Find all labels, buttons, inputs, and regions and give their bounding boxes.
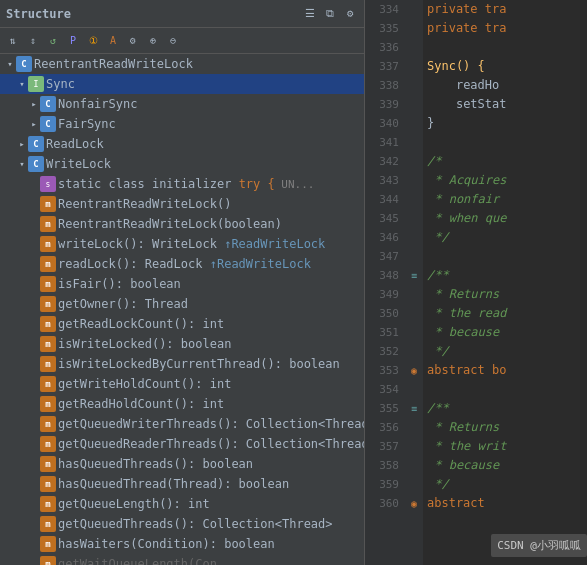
arrow-hw xyxy=(28,538,40,550)
code-line-358: * because xyxy=(427,456,587,475)
tree-item-gqrt[interactable]: m getQueuedReaderThreads(): Collection<T… xyxy=(0,434,364,454)
code-line-341 xyxy=(427,133,587,152)
code-line-352: */ xyxy=(427,342,587,361)
icon-readlock: C xyxy=(28,136,44,152)
label-grhc: getReadHoldCount(): int xyxy=(58,397,224,411)
arrow-hqt xyxy=(28,458,40,470)
arrow-wl xyxy=(28,238,40,250)
tree-item-static-init[interactable]: s static class initializer try { UN... xyxy=(0,174,364,194)
tree-item-hqth[interactable]: m hasQueuedThread(Thread): boolean xyxy=(0,474,364,494)
arrow-gqthreads xyxy=(28,518,40,530)
tree-item-fairsync[interactable]: C FairSync xyxy=(0,114,364,134)
arrow-writelock xyxy=(16,158,28,170)
tree-item-isfair[interactable]: m isFair(): boolean xyxy=(0,274,364,294)
toolbar: ⇅ ⇕ ↺ P ① A ⚙ ⊕ ⊖ xyxy=(0,28,364,54)
public-btn[interactable]: P xyxy=(64,32,82,50)
code-line-357: * the writ xyxy=(427,437,587,456)
all-btn[interactable]: A xyxy=(104,32,122,50)
icon-gwhc: m xyxy=(40,376,56,392)
code-line-351: * because xyxy=(427,323,587,342)
tree-item-getreadlockcount[interactable]: m getReadLockCount(): int xyxy=(0,314,364,334)
arrow-con2 xyxy=(28,218,40,230)
label-root: ReentrantReadWriteLock xyxy=(34,57,193,71)
refresh-btn[interactable]: ↺ xyxy=(44,32,62,50)
arrow-iwl xyxy=(28,338,40,350)
tree-item-nonfairsync[interactable]: C NonfairSync xyxy=(0,94,364,114)
label-nonfair: NonfairSync xyxy=(58,97,137,111)
arrow-static xyxy=(28,178,40,190)
icon-hqt: m xyxy=(40,456,56,472)
code-line-346: */ xyxy=(427,228,587,247)
expand-btn[interactable]: ⊕ xyxy=(144,32,162,50)
arrow-root xyxy=(4,58,16,70)
label-gqrt: getQueuedReaderThreads(): Collection<Thr… xyxy=(58,437,364,451)
tree-item-writelock[interactable]: C WriteLock xyxy=(0,154,364,174)
code-line-335: private tra xyxy=(427,19,587,38)
icon-class-root: C xyxy=(16,56,32,72)
tree-item-root[interactable]: C ReentrantReadWriteLock xyxy=(0,54,364,74)
code-line-336 xyxy=(427,38,587,57)
code-line-348: /** xyxy=(427,266,587,285)
watermark: CSDN @小羽呱呱 xyxy=(491,534,587,557)
code-line-355: /** xyxy=(427,399,587,418)
label-gql: getQueueLength(): int xyxy=(58,497,210,511)
arrow-hqth xyxy=(28,478,40,490)
icon-fair: C xyxy=(40,116,56,132)
code-line-343: * Acquires xyxy=(427,171,587,190)
tree-item-getreadholdcount[interactable]: m getReadHoldCount(): int xyxy=(0,394,364,414)
label-gqwt: getQueuedWriterThreads(): Collection<Thr… xyxy=(58,417,364,431)
label-iwl: isWriteLocked(): boolean xyxy=(58,337,231,351)
tree-item-readlock-method[interactable]: m readLock(): ReadLock ↑ReadWriteLock xyxy=(0,254,364,274)
tree-item-writelock-method[interactable]: m writeLock(): WriteLock ↑ReadWriteLock xyxy=(0,234,364,254)
code-panel: 334 335 336 337 338 339 340 341 342 343 … xyxy=(365,0,587,565)
code-line-339: setStat xyxy=(427,95,587,114)
tree-item-constructor1[interactable]: m ReentrantReadWriteLock() xyxy=(0,194,364,214)
sort-alpha-btn[interactable]: ⇅ xyxy=(4,32,22,50)
tree-item-iswlbct[interactable]: m isWriteLockedByCurrentThread(): boolea… xyxy=(0,354,364,374)
settings-icon[interactable]: ⚙ xyxy=(342,6,358,22)
icon-iswlbct: m xyxy=(40,356,56,372)
tree-item-hqt[interactable]: m hasQueuedThreads(): boolean xyxy=(0,454,364,474)
tree-item-sync[interactable]: I Sync xyxy=(0,74,364,94)
label-fair: FairSync xyxy=(58,117,116,131)
structure-panel: Structure ☰ ⧉ ⚙ ⇅ ⇕ ↺ P ① A ⚙ ⊕ ⊖ C Reen… xyxy=(0,0,365,565)
sort-order-btn[interactable]: ⇕ xyxy=(24,32,42,50)
tree-item-constructor2[interactable]: m ReentrantReadWriteLock(boolean) xyxy=(0,214,364,234)
arrow-gql xyxy=(28,498,40,510)
label-sync: Sync xyxy=(46,77,75,91)
tree-item-gqwt[interactable]: m getQueuedWriterThreads(): Collection<T… xyxy=(0,414,364,434)
tree-item-iswritelocked[interactable]: m isWriteLocked(): boolean xyxy=(0,334,364,354)
align-icon[interactable]: ⧉ xyxy=(322,6,338,22)
icon-getowner: m xyxy=(40,296,56,312)
label-last: getWaitQueueLength(Con... xyxy=(58,557,239,565)
code-line-344: * nonfair xyxy=(427,190,587,209)
code-area: 334 335 336 337 338 339 340 341 342 343 … xyxy=(365,0,587,565)
tree-item-gql[interactable]: m getQueueLength(): int xyxy=(0,494,364,514)
icon-gqrt: m xyxy=(40,436,56,452)
sort-icon[interactable]: ☰ xyxy=(302,6,318,22)
icon-iwl: m xyxy=(40,336,56,352)
tree-item-haswaiters[interactable]: m hasWaiters(Condition): boolean xyxy=(0,534,364,554)
tree-item-readlock[interactable]: C ReadLock xyxy=(0,134,364,154)
tree-item-last[interactable]: m getWaitQueueLength(Con... xyxy=(0,554,364,565)
tree-item-gqthreads[interactable]: m getQueuedThreads(): Collection<Thread> xyxy=(0,514,364,534)
code-line-360: abstract xyxy=(427,494,587,513)
code-line-359: */ xyxy=(427,475,587,494)
label-hqt: hasQueuedThreads(): boolean xyxy=(58,457,253,471)
arrow-gqwt xyxy=(28,418,40,430)
gear-btn[interactable]: ⚙ xyxy=(124,32,142,50)
tree-item-getwriteholdcount[interactable]: m getWriteHoldCount(): int xyxy=(0,374,364,394)
panel-header: Structure ☰ ⧉ ⚙ xyxy=(0,0,364,28)
arrow-rl xyxy=(28,258,40,270)
tree-item-getowner[interactable]: m getOwner(): Thread xyxy=(0,294,364,314)
collapse-btn[interactable]: ⊖ xyxy=(164,32,182,50)
label-readlock: ReadLock xyxy=(46,137,104,151)
code-line-342: /* xyxy=(427,152,587,171)
label-hqth: hasQueuedThread(Thread): boolean xyxy=(58,477,289,491)
tree-container[interactable]: C ReentrantReadWriteLock I Sync C Nonfai… xyxy=(0,54,364,565)
protected-btn[interactable]: ① xyxy=(84,32,102,50)
arrow-con1 xyxy=(28,198,40,210)
arrow-getowner xyxy=(28,298,40,310)
icon-nonfair: C xyxy=(40,96,56,112)
label-grlc: getReadLockCount(): int xyxy=(58,317,224,331)
